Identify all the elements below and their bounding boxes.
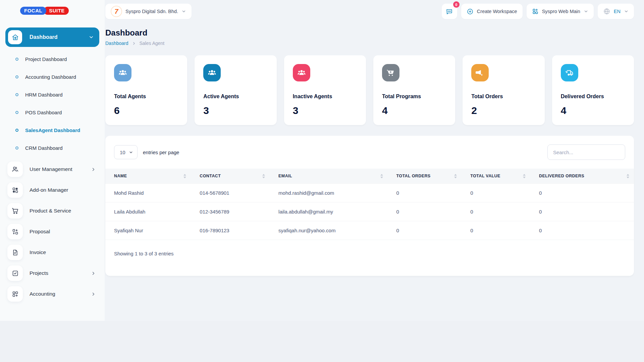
cell-total-value: 0 — [462, 202, 530, 221]
search-input[interactable] — [547, 144, 625, 160]
stat-card-total-programs: Total Programs 4 — [373, 55, 455, 125]
cell-name: Mohd Rashid — [105, 184, 191, 202]
cell-total-orders: 0 — [388, 184, 462, 202]
chevron-right-icon — [91, 271, 96, 276]
table-controls: 10 entries per page — [105, 144, 634, 160]
cell-delivered-orders: 0 — [530, 202, 634, 221]
sort-icon[interactable] — [627, 174, 629, 178]
sidebar-item-accounting-dashboard[interactable]: Accounting Dashboard — [5, 68, 99, 86]
submenu-label: Project Dashboard — [25, 56, 67, 62]
stat-value: 3 — [203, 105, 268, 116]
column-header-delivered-orders[interactable]: DELIVERED ORDERS — [530, 169, 634, 184]
sort-icon[interactable] — [523, 174, 526, 178]
sidebar-item-dashboard[interactable]: Dashboard — [5, 27, 99, 47]
sidebar-item-project-dashboard[interactable]: Project Dashboard — [5, 50, 99, 68]
bullet-icon — [15, 111, 18, 114]
bullet-icon — [15, 75, 18, 78]
submenu-label: POS Dashboard — [25, 110, 62, 115]
main-content: Dashboard Dashboard Sales Agent Total Ag… — [105, 21, 644, 321]
stat-value: 4 — [561, 105, 625, 116]
entries-per-page-label: entries per page — [143, 149, 179, 155]
sidebar-item-salesagent-dashboard[interactable]: SalesAgent Dashboard — [5, 121, 99, 139]
grid-plus-icon — [7, 286, 23, 302]
create-workspace-button[interactable]: Create Workspace — [461, 4, 523, 19]
column-header-name[interactable]: NAME — [105, 169, 191, 184]
page-title: Dashboard — [105, 28, 634, 38]
side-label: User Management — [30, 166, 91, 172]
sidebar-item-product-service[interactable]: Product & Service — [5, 200, 99, 221]
table-row: Laila Abdullah 012-3456789 laila.abdulla… — [105, 202, 634, 221]
bullet-icon — [15, 146, 18, 149]
sidebar-item-user-management[interactable]: User Management — [5, 159, 99, 180]
site-selector[interactable]: Syspro Web Main — [527, 4, 594, 19]
focal-suite-logo[interactable]: FOCAL SUITE — [20, 7, 99, 15]
bullet-icon — [15, 58, 18, 61]
cell-contact: 016-7890123 — [191, 221, 270, 240]
cell-name: Syafiqah Nur — [105, 221, 191, 240]
column-header-email[interactable]: EMAIL — [270, 169, 387, 184]
sort-icon[interactable] — [380, 174, 383, 178]
sidebar-item-hrm-dashboard[interactable]: HRM Dashboard — [5, 86, 99, 104]
cell-total-value: 0 — [462, 184, 530, 202]
breadcrumb-current: Sales Agent — [140, 41, 165, 46]
breadcrumb-dashboard-link[interactable]: Dashboard — [105, 41, 128, 46]
entries-per-page-select[interactable]: 10 — [114, 145, 138, 159]
stat-card-total-agents: Total Agents 6 — [105, 55, 187, 125]
sidebar-item-invoice[interactable]: Invoice — [5, 242, 99, 263]
sort-icon[interactable] — [183, 174, 186, 178]
stat-value: 6 — [114, 105, 178, 116]
side-label: Add-on Manager — [30, 187, 96, 193]
sort-icon[interactable] — [262, 174, 265, 178]
stat-label: Active Agents — [203, 94, 268, 100]
workspace-selector[interactable]: 7 Syspro Digital Sdn. Bhd. — [105, 4, 192, 19]
column-header-total-value[interactable]: TOTAL VALUE — [462, 169, 530, 184]
sidebar-item-accounting[interactable]: Accounting — [5, 284, 99, 304]
users-icon — [7, 162, 23, 177]
bullet-icon — [15, 129, 18, 132]
globe-icon — [603, 8, 610, 15]
app-window: FOCAL SUITE Dashboard Project Dashboard … — [0, 0, 644, 321]
cell-delivered-orders: 0 — [530, 221, 634, 240]
sidebar-item-addon-manager[interactable]: Add-on Manager — [5, 180, 99, 200]
sidebar-item-projects[interactable]: Projects — [5, 263, 99, 284]
bullet-icon — [15, 93, 18, 96]
sidebar-item-pos-dashboard[interactable]: POS Dashboard — [5, 104, 99, 121]
stats-row: Total Agents 6 Active Agents 3 Inactive … — [105, 55, 634, 125]
cell-total-value: 0 — [462, 221, 530, 240]
chevron-down-icon — [584, 9, 588, 14]
column-header-total-orders[interactable]: TOTAL ORDERS — [388, 169, 462, 184]
cart-icon — [7, 203, 23, 219]
logo-suite-text: SUITE — [44, 7, 69, 15]
column-header-contact[interactable]: CONTACT — [191, 169, 270, 184]
table-entries-summary: Showing 1 to 3 of 3 entries — [105, 240, 634, 256]
create-workspace-label: Create Workspace — [477, 9, 517, 14]
stat-label: Delivered Orders — [561, 94, 625, 100]
agents-table-card: 10 entries per page — [105, 136, 634, 276]
logo-focal-text: FOCAL — [20, 7, 46, 15]
users-group-icon — [293, 64, 310, 81]
stat-label: Total Programs — [382, 94, 446, 100]
delivery-truck-icon — [561, 64, 578, 81]
sort-icon[interactable] — [454, 174, 457, 178]
language-label: EN — [614, 9, 621, 14]
agents-table: NAME CONTACT EMAIL TOTAL ORDERS TOTAL VA… — [105, 169, 634, 240]
cell-email: laila.abdullah@gmail.my — [270, 202, 387, 221]
chat-button[interactable]: 0 — [442, 4, 457, 19]
chevron-down-icon — [181, 9, 186, 14]
submenu-label: CRM Dashboard — [25, 145, 63, 151]
chat-badge: 0 — [453, 1, 460, 8]
chevron-right-icon — [91, 292, 96, 297]
submenu-label: Accounting Dashboard — [25, 74, 76, 80]
users-group-icon — [114, 64, 131, 81]
sidebar-item-crm-dashboard[interactable]: CRM Dashboard — [5, 139, 99, 157]
table-row: Syafiqah Nur 016-7890123 syafiqah.nur@ya… — [105, 221, 634, 240]
stat-card-delivered-orders: Delivered Orders 4 — [552, 55, 634, 125]
sidebar-item-proposal[interactable]: Proposal — [5, 221, 99, 242]
stat-value: 2 — [471, 105, 536, 116]
cell-name: Laila Abdullah — [105, 202, 191, 221]
submenu-label: SalesAgent Dashboard — [25, 127, 80, 133]
home-icon — [8, 30, 22, 44]
stat-value: 4 — [382, 105, 446, 116]
language-selector[interactable]: EN — [598, 4, 634, 19]
sidebar-dashboard-label: Dashboard — [30, 34, 89, 40]
